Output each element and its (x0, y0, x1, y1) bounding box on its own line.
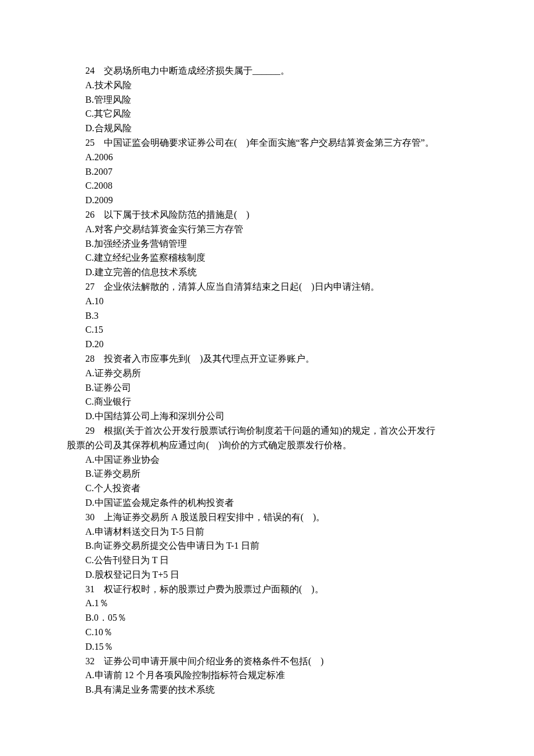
question-text: 25 中国证监会明确要求证券公司在( )年全面实施“客户交易结算资金第三方存管”… (67, 136, 467, 150)
option-text: B.证券交易所 (67, 467, 467, 481)
option-text: B.管理风险 (67, 93, 467, 107)
option-text: A.中国证券业协会 (67, 453, 467, 467)
option-text: A.10 (67, 294, 467, 309)
option-text: D.建立完善的信息技术系统 (67, 265, 467, 280)
question-text: 26 以下属于技术风险防范的措施是( ) (67, 208, 467, 222)
option-text: B.证券公司 (67, 381, 467, 395)
option-text: A.1％ (67, 596, 467, 611)
option-text: C.个人投资者 (67, 481, 467, 496)
option-text: A.2006 (67, 150, 467, 165)
option-text: C.2008 (67, 179, 467, 193)
option-text: B.0．05％ (67, 611, 467, 625)
option-text: D.股权登记日为 T+5 日 (67, 568, 467, 582)
question-text: 29 根据(关于首次公开发行股票试行询价制度若干问题的通知)的规定，首次公开发行 (67, 424, 467, 438)
document-page: 24 交易场所电力中断造成经济损失属于______。A.技术风险B.管理风险C.… (0, 0, 534, 756)
option-text: D.中国证监会规定条件的机构投资者 (67, 496, 467, 510)
option-text: A.技术风险 (67, 78, 467, 93)
question-text: 30 上海证券交易所 A 股送股日程安排中，错误的有( )。 (67, 510, 467, 525)
option-text: A.证券交易所 (67, 366, 467, 381)
option-text: D.15％ (67, 640, 467, 654)
option-text: D.中国结算公司上海和深圳分公司 (67, 409, 467, 424)
option-text: B.2007 (67, 165, 467, 179)
question-text-continuation: 股票的公司及其保荐机构应通过向( )询价的方式确定股票发行价格。 (67, 438, 467, 453)
option-text: B.向证券交易所提交公告申请日为 T-1 日前 (67, 539, 467, 553)
option-text: B.具有满足业务需要的技术系统 (67, 683, 467, 697)
option-text: C.商业银行 (67, 395, 467, 409)
option-text: C.15 (67, 323, 467, 337)
question-text: 31 权证行权时，标的股票过户费为股票过户面额的( )。 (67, 582, 467, 597)
option-text: D.20 (67, 337, 467, 352)
option-text: A.对客户交易结算资金实行第三方存管 (67, 222, 467, 237)
option-text: C.其它风险 (67, 107, 467, 121)
option-text: C.10％ (67, 625, 467, 640)
option-text: C.建立经纪业务监察稽核制度 (67, 251, 467, 265)
option-text: A.申请前 12 个月各项风险控制指标符合规定标准 (67, 668, 467, 683)
option-text: C.公告刊登日为 T 日 (67, 553, 467, 568)
question-text: 24 交易场所电力中断造成经济损失属于______。 (67, 64, 467, 78)
option-text: B.3 (67, 309, 467, 323)
option-text: D.合规风险 (67, 121, 467, 136)
question-text: 27 企业依法解散的，清算人应当自清算结束之日起( )日内申请注销。 (67, 280, 467, 294)
option-text: D.2009 (67, 193, 467, 208)
question-text: 28 投资者入市应事先到( )及其代理点开立证券账户。 (67, 352, 467, 366)
option-text: B.加强经济业务营销管理 (67, 237, 467, 251)
question-text: 32 证券公司申请开展中间介绍业务的资格条件不包括( ) (67, 654, 467, 669)
option-text: A.申请材料送交日为 T-5 日前 (67, 525, 467, 539)
